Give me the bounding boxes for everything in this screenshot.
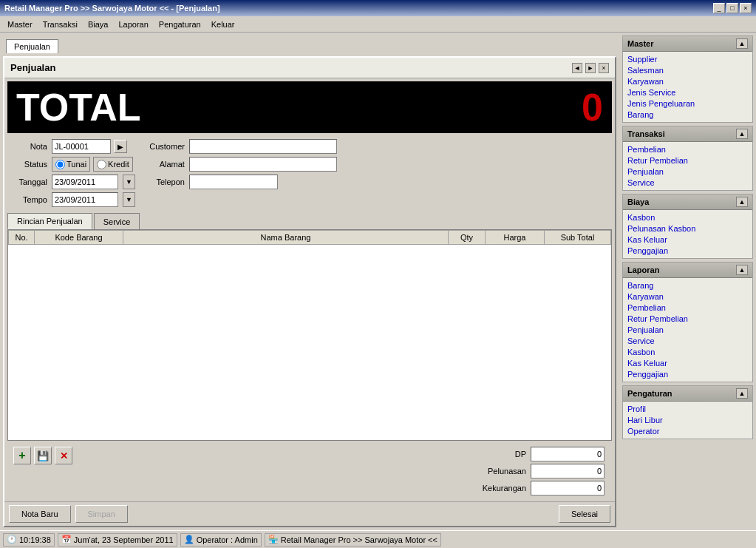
laporan-collapse-button[interactable]: ▲ (736, 265, 748, 275)
tanggal-label: Tanggal (10, 177, 47, 186)
sidebar-link-lap-retur-pembelian[interactable]: Retur Pembelian (627, 314, 748, 324)
main-layout: Penjualan Penjualan ◄ ► × TOTAL 0 (0, 33, 756, 530)
sidebar-link-salesman[interactable]: Salesman (627, 65, 748, 75)
close-button[interactable]: × (740, 3, 752, 13)
calendar-icon: 📅 (61, 535, 72, 544)
pengaturan-collapse-button[interactable]: ▲ (736, 388, 748, 399)
status-app: 🏪 Retail Manager Pro >> Sarwojaya Motor … (265, 533, 441, 547)
menu-pengaturan[interactable]: Pengaturan (154, 18, 205, 30)
sidebar-link-lap-penggajian[interactable]: Penggajian (627, 369, 748, 379)
nota-area: ▶ (52, 139, 127, 154)
master-collapse-button[interactable]: ▲ (736, 38, 748, 49)
tab-penjualan[interactable]: Penjualan (6, 39, 58, 53)
nav-right-button[interactable]: ► (585, 63, 596, 73)
sidebar-link-pelunasan-kasbon[interactable]: Pelunasan Kasbon (627, 223, 748, 234)
sidebar-link-kasbon[interactable]: Kasbon (627, 212, 748, 223)
sidebar-link-lap-pembelian[interactable]: Pembelian (627, 302, 748, 313)
customer-input[interactable] (189, 139, 337, 154)
tab-service[interactable]: Service (94, 213, 140, 229)
nota-baru-button[interactable]: Nota Baru (9, 505, 71, 523)
sidebar-link-lap-barang[interactable]: Barang (627, 280, 748, 291)
radio-group: Tunai Kredit (52, 157, 133, 172)
status-row: Status Tunai Kredit (10, 157, 135, 172)
radio-kredit[interactable]: Kredit (93, 157, 133, 172)
sidebar-section-pengaturan: Pengaturan ▲ Profil Hari Libur Operator (622, 385, 753, 439)
menu-keluar[interactable]: Keluar (207, 18, 239, 30)
sidebar-link-jenis-service[interactable]: Jenis Service (627, 87, 748, 98)
sidebar-link-kas-keluar[interactable]: Kas Keluar (627, 234, 748, 245)
menu-laporan[interactable]: Laporan (114, 18, 152, 30)
col-harga: Harga (486, 231, 545, 245)
alamat-input[interactable] (189, 157, 337, 172)
tanggal-row: Tanggal ▼ (10, 175, 135, 189)
sidebar-link-supplier[interactable]: Supplier (627, 54, 748, 64)
status-time: 🕐 10:19:38 (3, 533, 55, 547)
sidebar-link-lap-karyawan[interactable]: Karyawan (627, 291, 748, 302)
nota-search-button[interactable]: ▶ (114, 140, 127, 153)
app-icon: 🏪 (268, 535, 279, 544)
tanggal-input[interactable] (52, 175, 118, 189)
sidebar-link-lap-penjualan[interactable]: Penjualan (627, 325, 748, 335)
pelunasan-input[interactable] (531, 464, 605, 478)
sidebar-link-lap-kasbon[interactable]: Kasbon (627, 347, 748, 357)
save-icon: 💾 (37, 450, 49, 461)
window-title: Retail Manager Pro >> Sarwojaya Motor <<… (4, 4, 220, 13)
nav-left-button[interactable]: ◄ (572, 63, 582, 73)
col-kode: Kode Barang (35, 231, 123, 245)
menu-transaksi[interactable]: Transaksi (38, 18, 82, 30)
sidebar-section-master: Master ▲ Supplier Salesman Karyawan Jeni… (622, 35, 753, 123)
sidebar-link-service-transaksi[interactable]: Service (627, 177, 748, 188)
tempo-label: Tempo (10, 195, 47, 204)
transaksi-collapse-button[interactable]: ▲ (736, 129, 748, 139)
maximize-button[interactable]: □ (726, 3, 738, 13)
sidebar-link-operator[interactable]: Operator (627, 426, 748, 436)
sidebar-link-hari-libur[interactable]: Hari Libur (627, 415, 748, 425)
alamat-row: Alamat (144, 157, 337, 172)
sidebar-header-master: Master ▲ (623, 36, 752, 52)
tempo-dropdown[interactable]: ▼ (123, 192, 135, 207)
sidebar-link-jenis-pengeluaran[interactable]: Jenis Pengeluaran (627, 98, 748, 109)
tempo-row: Tempo ▼ (10, 192, 135, 207)
sidebar-items-laporan: Barang Karyawan Pembelian Retur Pembelia… (623, 278, 752, 382)
dp-input[interactable] (531, 447, 605, 461)
sidebar-link-penggajian[interactable]: Penggajian (627, 246, 748, 256)
delete-row-button[interactable]: ✕ (55, 447, 72, 464)
save-row-button[interactable]: 💾 (34, 447, 52, 464)
sidebar-items-transaksi: Pembelian Retur Pembelian Penjualan Serv… (623, 142, 752, 190)
sidebar-link-barang[interactable]: Barang (627, 109, 748, 120)
telepon-input[interactable] (189, 175, 278, 189)
sidebar: Master ▲ Supplier Salesman Karyawan Jeni… (619, 33, 756, 530)
add-row-button[interactable]: + (13, 447, 31, 464)
biaya-collapse-button[interactable]: ▲ (736, 197, 748, 207)
sidebar-link-pembelian[interactable]: Pembelian (627, 144, 748, 155)
sidebar-link-profil[interactable]: Profil (627, 404, 748, 414)
sidebar-link-lap-kas-keluar[interactable]: Kas Keluar (627, 358, 748, 368)
sidebar-link-retur-pembelian[interactable]: Retur Pembelian (627, 155, 748, 166)
customer-row: Customer (144, 139, 337, 154)
tanggal-dropdown[interactable]: ▼ (123, 175, 135, 189)
menu-master[interactable]: Master (3, 18, 37, 30)
tab-rincian-penjualan[interactable]: Rincian Penjualan (7, 213, 92, 229)
kekurangan-input[interactable] (531, 481, 605, 495)
dp-label: DP (467, 450, 526, 459)
dp-row: DP (467, 447, 605, 461)
total-value: 0 (582, 85, 603, 129)
simpan-button[interactable]: Simpan (75, 505, 128, 523)
summary-area: DP Pelunasan Kekurangan (461, 444, 610, 498)
nota-input[interactable] (52, 139, 111, 154)
minimize-button[interactable]: _ (713, 3, 725, 13)
sidebar-link-penjualan[interactable]: Penjualan (627, 166, 748, 177)
sidebar-link-lap-service[interactable]: Service (627, 336, 748, 346)
radio-tunai[interactable]: Tunai (52, 157, 90, 172)
sidebar-link-karyawan[interactable]: Karyawan (627, 76, 748, 87)
tempo-input[interactable] (52, 192, 118, 207)
window-close-button[interactable]: × (599, 63, 609, 73)
menu-biaya[interactable]: Biaya (84, 18, 113, 30)
tab-strip: Penjualan (3, 35, 616, 53)
nota-label: Nota (10, 142, 47, 151)
items-table: No. Kode Barang Nama Barang Qty Harga Su… (8, 230, 611, 245)
content-area: Penjualan Penjualan ◄ ► × TOTAL 0 (0, 33, 619, 530)
selesai-button[interactable]: Selesai (559, 505, 610, 523)
kekurangan-label: Kekurangan (467, 484, 526, 493)
sidebar-section-biaya: Biaya ▲ Kasbon Pelunasan Kasbon Kas Kelu… (622, 194, 753, 259)
